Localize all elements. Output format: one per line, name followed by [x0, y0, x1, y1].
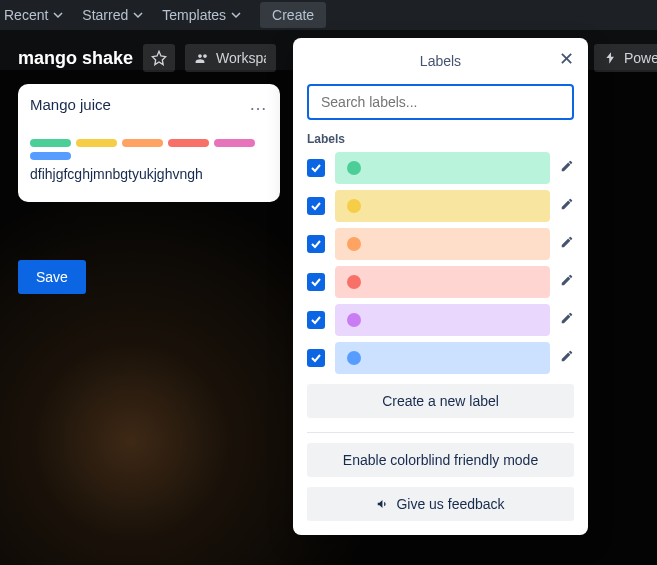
label-pill[interactable] — [214, 139, 255, 147]
check-icon — [310, 162, 322, 174]
board-title[interactable]: mango shake — [18, 48, 133, 69]
card-label-pills — [30, 139, 268, 160]
label-pill[interactable] — [168, 139, 209, 147]
popover-title: Labels — [420, 53, 461, 69]
save-button[interactable]: Save — [18, 260, 86, 294]
card-composer: … dfihjgfcghjmnbgtyukjghvngh — [18, 84, 280, 202]
label-color-dot — [347, 237, 361, 251]
powerups-label: Power-Ups — [624, 50, 657, 66]
card-description: dfihjgfcghjmnbgtyukjghvngh — [30, 166, 268, 182]
nav-starred[interactable]: Starred — [82, 7, 144, 23]
label-color-dot — [347, 313, 361, 327]
label-checkbox[interactable] — [307, 311, 325, 329]
nav-recent[interactable]: Recent — [4, 7, 64, 23]
star-icon — [151, 50, 167, 66]
feedback-button[interactable]: Give us feedback — [307, 487, 574, 521]
label-checkbox[interactable] — [307, 349, 325, 367]
label-row — [307, 342, 574, 374]
edit-label-button[interactable] — [560, 349, 574, 367]
pencil-icon — [560, 235, 574, 249]
label-color-bar[interactable] — [335, 228, 550, 260]
labels-section-heading: Labels — [307, 132, 574, 146]
label-color-dot — [347, 275, 361, 289]
create-label: Create — [272, 7, 314, 23]
label-color-bar[interactable] — [335, 342, 550, 374]
card-menu-button[interactable]: … — [249, 94, 268, 115]
save-label: Save — [36, 269, 68, 285]
pencil-icon — [560, 159, 574, 173]
create-button[interactable]: Create — [260, 2, 326, 28]
label-color-dot — [347, 199, 361, 213]
divider — [307, 432, 574, 433]
labels-popover: Labels ✕ Labels Create a new label Enabl… — [293, 38, 588, 535]
label-pill[interactable] — [76, 139, 117, 147]
label-color-dot — [347, 351, 361, 365]
chevron-down-icon — [230, 9, 242, 21]
create-label-button[interactable]: Create a new label — [307, 384, 574, 418]
close-icon[interactable]: ✕ — [559, 50, 574, 68]
pencil-icon — [560, 349, 574, 363]
label-checkbox[interactable] — [307, 159, 325, 177]
label-row — [307, 190, 574, 222]
label-row — [307, 228, 574, 260]
star-button[interactable] — [143, 44, 175, 72]
card-title-input[interactable] — [30, 96, 230, 113]
feedback-text: Give us feedback — [396, 496, 504, 512]
label-color-bar[interactable] — [335, 304, 550, 336]
pencil-icon — [560, 273, 574, 287]
colorblind-mode-button[interactable]: Enable colorblind friendly mode — [307, 443, 574, 477]
workspace-label: Workspace visible — [216, 50, 266, 66]
pencil-icon — [560, 197, 574, 211]
nav-templates-label: Templates — [162, 7, 226, 23]
rocket-icon — [604, 51, 618, 65]
check-icon — [310, 276, 322, 288]
nav-starred-label: Starred — [82, 7, 128, 23]
check-icon — [310, 314, 322, 326]
edit-label-button[interactable] — [560, 235, 574, 253]
megaphone-icon — [376, 497, 390, 511]
label-color-bar[interactable] — [335, 266, 550, 298]
colorblind-text: Enable colorblind friendly mode — [343, 452, 538, 468]
label-row — [307, 266, 574, 298]
top-nav: Recent Starred Templates Create — [0, 0, 657, 30]
label-row — [307, 152, 574, 184]
chevron-down-icon — [132, 9, 144, 21]
label-checkbox[interactable] — [307, 273, 325, 291]
pencil-icon — [560, 311, 574, 325]
check-icon — [310, 352, 322, 364]
edit-label-button[interactable] — [560, 197, 574, 215]
nav-templates[interactable]: Templates — [162, 7, 242, 23]
nav-recent-label: Recent — [4, 7, 48, 23]
label-pill[interactable] — [122, 139, 163, 147]
check-icon — [310, 238, 322, 250]
label-color-bar[interactable] — [335, 152, 550, 184]
workspace-visible-button[interactable]: Workspace visible — [185, 44, 276, 72]
check-icon — [310, 200, 322, 212]
label-color-dot — [347, 161, 361, 175]
label-pill[interactable] — [30, 139, 71, 147]
label-checkbox[interactable] — [307, 197, 325, 215]
label-pill[interactable] — [30, 152, 71, 160]
edit-label-button[interactable] — [560, 159, 574, 177]
label-checkbox[interactable] — [307, 235, 325, 253]
search-labels-input[interactable] — [307, 84, 574, 120]
label-row — [307, 304, 574, 336]
edit-label-button[interactable] — [560, 311, 574, 329]
powerups-button[interactable]: Power-Ups — [594, 44, 657, 72]
edit-label-button[interactable] — [560, 273, 574, 291]
create-label-text: Create a new label — [382, 393, 499, 409]
chevron-down-icon — [52, 9, 64, 21]
label-color-bar[interactable] — [335, 190, 550, 222]
people-icon — [195, 51, 210, 66]
